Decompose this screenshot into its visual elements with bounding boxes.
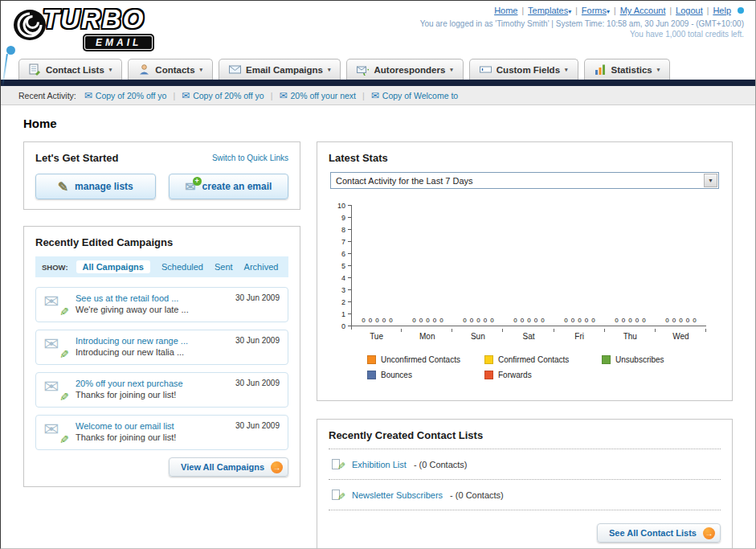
chevron-down-icon: ▾ — [328, 67, 331, 73]
campaign-subtitle: We're giving away our late ... — [76, 305, 189, 314]
bar-value-label: 0 — [419, 317, 423, 324]
x-tick-label: Thu — [605, 329, 656, 341]
legend-swatch — [484, 355, 493, 364]
app-window: TURBO EMAIL Home|Templates ▾|Forms ▾|My … — [0, 0, 756, 549]
campaign-filters: All CampaignsScheduledSentArchived — [76, 260, 279, 273]
nav-tab-autoresponders[interactable]: Autoresponders▾ — [346, 59, 463, 80]
see-all-contact-lists-label: See All Contact Lists — [609, 528, 697, 538]
switch-quick-links-link[interactable]: Switch to Quick Links — [212, 154, 288, 162]
campaign-title-link[interactable]: 20% off your next purchase — [76, 379, 183, 388]
nav-tab-contact-lists[interactable]: Contact Lists▾ — [18, 59, 122, 80]
envelope-icon: ✉ — [43, 419, 59, 440]
stats-period-select[interactable]: Contact Activity for the Last 7 Days ▼ — [330, 172, 719, 189]
bar-value-label: 0 — [693, 317, 696, 324]
contact-list-count: - (0 Contacts) — [414, 460, 468, 469]
bar-value-label: 0 — [622, 317, 625, 324]
bar-value-label: 0 — [571, 317, 574, 324]
logo-title: TURBO — [43, 4, 153, 35]
chart-legend: Unconfirmed ContactsConfirmed ContactsUn… — [367, 355, 721, 386]
campaign-subtitle: Introducing our new Italia ... — [76, 347, 188, 357]
campaign-subtitle: Thanks for joining our list! — [76, 432, 176, 442]
contact-lists-icon — [29, 64, 41, 76]
nav-tab-label: Contact Lists — [46, 65, 104, 75]
activity-item[interactable]: ✉Copy of 20% off yo — [84, 90, 167, 101]
contact-list-link[interactable]: Exhibition List — [352, 460, 407, 469]
bar-value-label: 0 — [463, 317, 466, 324]
bar-value-label: 0 — [476, 317, 480, 324]
y-tick-label: 10 — [337, 202, 345, 210]
activity-item[interactable]: ✉20% off your next — [279, 90, 356, 101]
filter-sent[interactable]: Sent — [215, 262, 233, 272]
filter-archived[interactable]: Archived — [244, 262, 279, 272]
contact-lists-title: Recently Created Contact Lists — [329, 429, 721, 449]
chevron-down-icon: ▾ — [109, 67, 112, 73]
filter-all-campaigns[interactable]: All Campaigns — [76, 260, 150, 273]
bar-value-label: 0 — [591, 317, 595, 324]
bar-value-label: 0 — [484, 317, 487, 324]
header: TURBO EMAIL Home|Templates ▾|Forms ▾|My … — [1, 1, 755, 57]
activity-item[interactable]: ✉Copy of Welcome to — [371, 90, 458, 101]
top-link-my-account[interactable]: My Account — [620, 6, 666, 15]
y-tick-label: 9 — [341, 214, 345, 222]
chart-plot-wrap: 00000000000000000000000000000000000 TueM… — [351, 205, 706, 341]
pencil-icon: ✎ — [337, 461, 345, 472]
legend-item: Confirmed Contacts — [484, 355, 602, 364]
right-column: Latest Stats Contact Activity for the La… — [317, 141, 733, 549]
bar-value-label: 0 — [564, 317, 567, 324]
autoresponders-icon — [357, 64, 369, 76]
y-tick-label: 1 — [341, 310, 345, 318]
campaign-list: ✉✎See us at the retail food ...We're giv… — [35, 287, 288, 450]
logo-text: TURBO EMAIL — [43, 4, 153, 50]
contact-list-link[interactable]: Newsletter Subscribers — [352, 490, 443, 500]
legend-label: Forwards — [498, 371, 532, 379]
y-tick-label: 4 — [341, 274, 345, 282]
bar-value-label: 0 — [490, 317, 493, 324]
x-tick-label: Mon — [402, 329, 452, 341]
chart-group: 00000 — [605, 205, 656, 326]
legend-item: Unsubscribes — [602, 355, 719, 364]
bar-value-label: 0 — [665, 317, 668, 324]
bar-value-label: 0 — [642, 317, 645, 324]
create-email-button[interactable]: ✉+ create an email — [169, 174, 289, 199]
top-link-forms[interactable]: Forms ▾ — [582, 6, 610, 15]
bar-value-label: 0 — [426, 317, 429, 324]
filter-scheduled[interactable]: Scheduled — [161, 262, 203, 272]
email-campaigns-icon — [229, 64, 241, 76]
top-link-home[interactable]: Home — [494, 6, 517, 15]
get-started-title: Let's Get Started — [35, 152, 119, 164]
view-all-campaigns-button[interactable]: View All Campaigns → — [169, 457, 288, 477]
arrow-right-icon: → — [271, 461, 283, 473]
legend-label: Unconfirmed Contacts — [381, 355, 460, 364]
contact-list-row: ✎Exhibition List- (0 Contacts) — [329, 449, 721, 480]
chart-group: 00000 — [554, 205, 605, 326]
recent-activity-bar: Recent Activity: ✉Copy of 20% off yo|✉Co… — [1, 86, 755, 105]
chart-group-values: 00000 — [403, 317, 453, 324]
manage-lists-button[interactable]: ✎ manage lists — [35, 174, 156, 199]
campaign-title-link[interactable]: Welcome to our email list — [76, 421, 176, 431]
contact-lists-list: ✎Exhibition List- (0 Contacts)✎Newslette… — [329, 449, 721, 510]
nav-tab-statistics[interactable]: Statistics▾ — [584, 59, 671, 80]
legend-label: Unsubscribes — [615, 355, 664, 364]
envelope-icon: ✉ — [371, 90, 379, 101]
envelope-icon: ✉ — [43, 334, 59, 355]
login-info: You are logged in as 'Timothy Smith' | S… — [420, 19, 744, 28]
top-link-logout[interactable]: Logout — [676, 6, 703, 15]
pencil-icon: ✎ — [59, 348, 69, 361]
campaign-title-link[interactable]: Introducing our new range ... — [76, 336, 188, 346]
bar-value-label: 0 — [521, 317, 524, 324]
top-link-help[interactable]: Help — [713, 6, 731, 15]
activity-item[interactable]: ✉Copy of 20% off yo — [182, 90, 264, 101]
bar-value-label: 0 — [470, 317, 473, 324]
bar-value-label: 0 — [389, 317, 392, 324]
nav-tab-email-campaigns[interactable]: Email Campaigns▾ — [219, 59, 341, 80]
see-all-contact-lists-button[interactable]: See All Contact Lists → — [597, 523, 721, 543]
top-link-templates[interactable]: Templates ▾ — [528, 6, 571, 15]
pencil-icon: ✎ — [59, 433, 69, 446]
bar-value-label: 0 — [513, 317, 517, 324]
nav-tab-label: Statistics — [611, 65, 652, 75]
nav-tab-custom-fields[interactable]: Custom Fields▾ — [469, 59, 578, 80]
y-tick-label: 8 — [341, 226, 345, 234]
legend-swatch — [484, 371, 493, 379]
campaign-title-link[interactable]: See us at the retail food ... — [76, 293, 189, 303]
nav-tab-contacts[interactable]: Contacts▾ — [128, 59, 213, 80]
